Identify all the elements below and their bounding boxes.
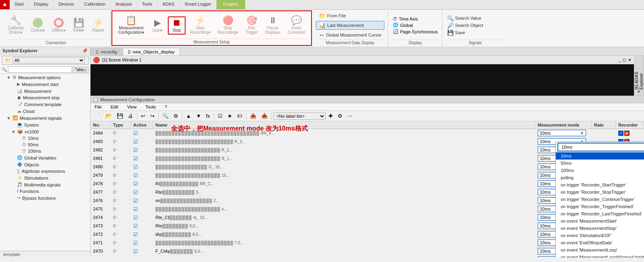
tb-down[interactable]: ▼ (194, 112, 203, 120)
tb-save[interactable]: 💾 (115, 112, 125, 120)
dropdown-item-50ms[interactable]: 50ms (556, 160, 644, 167)
dropdown-item-start-trigger[interactable]: on trigger 'Recorder_StartTrigger' (556, 181, 644, 188)
search-value-button[interactable]: 🔍 Search Value (446, 15, 504, 22)
dropdown-item-stop-trigger[interactable]: on trigger 'Recorder_StopTrigger' (556, 188, 644, 196)
tree-item-comment-template[interactable]: 📝 Comment template (0, 101, 90, 108)
tree-item-measurement-signals[interactable]: ▼ 📶 Measurement signals (0, 115, 90, 121)
tb-filter[interactable]: ⚙ (171, 112, 180, 120)
calibrate-online-button[interactable]: 🔧 CalibrateOnline▾ (5, 14, 27, 36)
search-options-button[interactable]: ^abs◇ (73, 67, 89, 73)
tab-tools[interactable]: Tools (137, 0, 158, 9)
dropdown-item-continue-trigger[interactable]: on trigger 'Recorder_ContinueTrigger' (556, 196, 644, 203)
recorder-flag[interactable]: ▶ (624, 131, 630, 136)
dropdown-item-100ms[interactable]: 100ms (556, 167, 644, 174)
start-recording-button[interactable]: ⚡ StartRecording▾ (187, 14, 213, 36)
dropdown-item-last-trigger[interactable]: on trigger 'Recorder_LastTriggerFinished… (556, 210, 644, 217)
tb-search[interactable]: 🔍 (160, 112, 171, 120)
save-button[interactable]: 💾 Save (446, 29, 504, 36)
panel-pin-icon[interactable]: 📌 (82, 48, 88, 53)
tree-item-algebraic[interactable]: ∑ Algebraic expressions (0, 168, 90, 174)
dropdown-item-meas-stop[interactable]: on event 'MeasurementStop' (556, 225, 644, 232)
tb-up[interactable]: ▲ (184, 112, 193, 120)
tb-label-opts[interactable]: ⚙ (336, 112, 345, 120)
dropdown-item-meas-loop[interactable]: on event 'MeasurementLoop' (556, 246, 644, 254)
tree-item-multimedia[interactable]: 🎵 Multimedia signals (0, 181, 90, 188)
stop-recording-button[interactable]: 🔴 StopRecording▾ (215, 14, 241, 36)
app-icon[interactable]: ■ (0, 0, 10, 9)
tree-item-stimulations[interactable]: ⚡ Stimulations (0, 174, 90, 181)
tab-devices[interactable]: Devices (54, 0, 79, 9)
search-object-button[interactable]: 🔎 Search Object (446, 22, 504, 29)
flash-button[interactable]: ⚡ Flash▾ (89, 17, 107, 34)
tab-display[interactable]: Display (29, 0, 54, 9)
tab-start[interactable]: Start (10, 0, 29, 9)
menu-help[interactable]: ? (162, 104, 169, 110)
stop-button[interactable]: ⏹ Stop (168, 16, 186, 35)
menu-file[interactable]: File (92, 104, 104, 110)
offline-button[interactable]: ⭕ Offline▾ (49, 17, 68, 34)
fire-trigger-button[interactable]: 🎯 FireTrigger (242, 14, 260, 36)
tree-item-global-vars[interactable]: 🌐 Global Variables (0, 154, 90, 161)
tree-item-10ms[interactable]: ⏱ 10ms (0, 135, 90, 141)
dropdown-item-meas-start[interactable]: on event 'MeasurementStart' (556, 217, 644, 225)
tb-undo[interactable]: ↩ (139, 112, 147, 120)
from-file-button[interactable]: 📁 From File (316, 11, 384, 20)
dropdown-item-end-input[interactable]: on event 'EndOfInputData' (556, 239, 644, 246)
dropdown-item-finished-trigger[interactable]: on trigger 'Recorder_TriggerFinished' (556, 203, 644, 210)
tab-new-objects-display[interactable]: 2: new_Objects_display (123, 48, 180, 55)
tree-item-measurement-options[interactable]: ▼ ⚙ Measurement options (0, 74, 90, 81)
dropdown-item-stim-eof[interactable]: on event 'StimulationEOF' (556, 232, 644, 239)
tree-item-measurement-stop[interactable]: ⏹ Measurement stop (0, 94, 90, 101)
tb-label-add[interactable]: ✚ (326, 112, 335, 120)
menu-edit[interactable]: Edit (108, 104, 121, 110)
tree-item-bypass[interactable]: ↪ Bypass functions (0, 194, 90, 201)
tab-smart-logger[interactable]: Smart Logger (180, 0, 217, 9)
ram-button[interactable]: 💾 RAM▾ (70, 17, 88, 34)
adas-explorer-tab[interactable]: ● [6] ADAS Explorer (634, 56, 644, 96)
tab-analysis[interactable]: Analysis (111, 0, 137, 9)
tb-new[interactable]: 📄 (92, 112, 103, 120)
tree-item-system[interactable]: 💻 System (0, 121, 90, 128)
menu-tools[interactable]: Tools (143, 104, 158, 110)
cell-mode[interactable]: 10ms ▼ (535, 129, 592, 137)
tb-print[interactable]: 🖨 (126, 112, 135, 120)
dropdown-item-polling[interactable]: polling (556, 174, 644, 181)
tb-fx[interactable]: fx (204, 112, 212, 120)
tree-item-objects[interactable]: 🔷 Objects (0, 161, 90, 168)
dropdown-item-loop-window[interactable]: on event 'MeasurementLoopWindowUpdate' (556, 254, 644, 258)
recorder-cb[interactable]: ✓ (618, 131, 623, 136)
insert-comment-button[interactable]: 💬 InsertComment (285, 14, 308, 36)
last-measurement-button[interactable]: 📊 Last Measurement (316, 21, 384, 30)
dropdown-item-10ms-selected[interactable]: 10ms (556, 152, 644, 160)
pause-displays-button[interactable]: ⏸ PauseDisplays (262, 14, 283, 36)
tree-item-measurement-start[interactable]: ▶ Measurement start (0, 81, 90, 88)
menu-view[interactable]: View (125, 104, 139, 110)
tree-item-50ms[interactable]: ⏱ 50ms (0, 141, 90, 148)
tb-export[interactable]: 📤 (248, 112, 258, 120)
tb-star[interactable]: ★ (225, 112, 234, 120)
tb-open[interactable]: 📂 (103, 112, 114, 120)
tree-item-functions[interactable]: f Functions (0, 188, 90, 194)
tb-check[interactable]: ☑ (216, 112, 225, 120)
tab-vxconfig[interactable]: 1: vxconfig (91, 48, 122, 55)
tb-tag[interactable]: 🏷 (235, 112, 244, 120)
tab-graphic[interactable]: Graphic (217, 0, 246, 9)
time-axis-button[interactable]: ⏱ Time Axis (392, 16, 439, 22)
tree-item-vx1000[interactable]: ▼ 📦 vx1000 (0, 128, 90, 135)
measurement-config-button[interactable]: 📋 MeasurementConfiguration▾ (116, 14, 147, 36)
tb-import[interactable]: 📥 (259, 112, 270, 120)
start-button[interactable]: ▶ Start▾ (149, 17, 166, 34)
tab-calibration[interactable]: Calibration (79, 0, 111, 9)
search-input[interactable] (8, 66, 72, 73)
tree-item-cloud[interactable]: ☁ Cloud (0, 108, 90, 115)
tab-adas[interactable]: ADAS (158, 0, 180, 9)
page-sync-button[interactable]: 🔄 Page-Synchronous (392, 29, 439, 35)
tree-item-measurement[interactable]: 📊 Measurement (0, 88, 90, 94)
global-button[interactable]: 🌐 Global (392, 22, 439, 28)
global-cursor-button[interactable]: ↔ Global Measurement Cursor (316, 31, 384, 39)
cell-active[interactable]: ☑ (131, 129, 153, 137)
tree-item-100ms[interactable]: ⏱ 100ms (0, 148, 90, 154)
scene-minimize-button[interactable]: _ (619, 57, 621, 63)
label-list-select[interactable]: <No label list> (273, 113, 326, 120)
tb-label-more[interactable]: ⋯ (345, 112, 355, 120)
